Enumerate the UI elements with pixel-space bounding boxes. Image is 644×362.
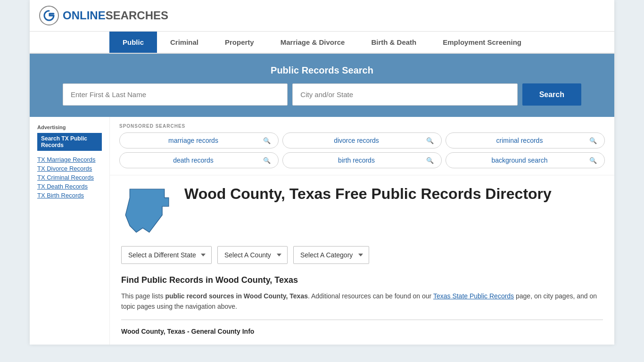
- sponsored-label: SPONSORED SEARCHES: [119, 123, 605, 129]
- logo-text: ONLINESEARCHES: [63, 9, 168, 22]
- sponsored-item-death[interactable]: death records 🔍: [119, 152, 279, 168]
- sidebar-link-divorce[interactable]: TX Divorce Records: [37, 165, 92, 172]
- sidebar-links: TX Marriage Records TX Divorce Records T…: [37, 156, 102, 199]
- nav-employment[interactable]: Employment Screening: [429, 32, 535, 53]
- sidebar-link-marriage[interactable]: TX Marriage Records: [37, 156, 96, 163]
- sponsored-link-birth[interactable]: birth records: [290, 156, 422, 164]
- main-content-area: SPONSORED SEARCHES marriage records 🔍 di…: [110, 117, 614, 345]
- search-icon-birth: 🔍: [426, 157, 434, 164]
- texas-map: [121, 185, 173, 237]
- name-input[interactable]: [63, 83, 288, 106]
- search-icon-death: 🔍: [263, 157, 271, 164]
- sidebar-link-criminal[interactable]: TX Criminal Records: [37, 174, 94, 181]
- state-dropdown[interactable]: Select a Different State: [121, 246, 212, 264]
- content-divider: [121, 320, 603, 320]
- search-banner: Public Records Search Search: [30, 54, 614, 117]
- nav-public[interactable]: Public: [109, 32, 157, 53]
- find-para-bold: public record sources in Wood County, Te…: [165, 292, 308, 300]
- county-section: Wood County, Texas Free Public Records D…: [110, 175, 614, 345]
- sidebar-ad-button[interactable]: Search TX Public Records: [37, 133, 102, 151]
- sponsored-item-birth[interactable]: birth records 🔍: [282, 152, 442, 168]
- location-input[interactable]: [292, 83, 517, 106]
- sidebar: Advertising Search TX Public Records TX …: [30, 117, 110, 345]
- search-banner-title: Public Records Search: [39, 65, 605, 76]
- sponsored-item-marriage[interactable]: marriage records 🔍: [119, 132, 279, 148]
- texas-records-link[interactable]: Texas State Public Records: [433, 292, 514, 300]
- sidebar-link-birth[interactable]: TX Birth Records: [37, 192, 84, 199]
- search-button[interactable]: Search: [522, 83, 581, 106]
- county-title: Wood County, Texas Free Public Records D…: [184, 185, 552, 203]
- sponsored-link-criminal[interactable]: criminal records: [454, 137, 586, 144]
- sponsored-item-background[interactable]: background search 🔍: [446, 152, 605, 168]
- county-dropdown[interactable]: Select A County: [217, 246, 288, 264]
- sponsored-item-divorce[interactable]: divorce records 🔍: [282, 132, 442, 148]
- header: ONLINESEARCHES: [30, 0, 614, 32]
- dropdown-row: Select a Different State Select A County…: [121, 246, 603, 264]
- county-header: Wood County, Texas Free Public Records D…: [121, 185, 603, 237]
- county-info-heading: Wood County, Texas - General County Info: [121, 328, 603, 335]
- logo-icon: [39, 6, 59, 25]
- find-para-mid: . Additional resources can be found on o…: [308, 292, 433, 300]
- sponsored-link-background[interactable]: background search: [454, 156, 586, 164]
- find-heading: Find Public Records in Wood County, Texa…: [121, 275, 603, 285]
- find-paragraph: This page lists public record sources in…: [121, 291, 603, 312]
- sponsored-link-marriage[interactable]: marriage records: [127, 137, 259, 144]
- sponsored-section: SPONSORED SEARCHES marriage records 🔍 di…: [110, 117, 614, 175]
- search-icon-background: 🔍: [589, 157, 597, 164]
- search-icon-criminal: 🔍: [589, 137, 597, 144]
- sponsored-item-criminal[interactable]: criminal records 🔍: [446, 132, 605, 148]
- sponsored-link-death[interactable]: death records: [127, 156, 259, 164]
- nav-property[interactable]: Property: [212, 32, 267, 53]
- main-layout: Advertising Search TX Public Records TX …: [30, 117, 614, 345]
- category-dropdown[interactable]: Select A Category: [293, 246, 369, 264]
- find-para-start: This page lists: [121, 292, 165, 300]
- main-nav: Public Criminal Property Marriage & Divo…: [30, 32, 614, 54]
- nav-marriage-divorce[interactable]: Marriage & Divorce: [267, 32, 358, 53]
- nav-birth-death[interactable]: Birth & Death: [358, 32, 429, 53]
- search-icon-divorce: 🔍: [426, 137, 434, 144]
- find-section: Find Public Records in Wood County, Texa…: [121, 275, 603, 335]
- search-icon-marriage: 🔍: [263, 137, 271, 144]
- sponsored-grid: marriage records 🔍 divorce records 🔍 cri…: [119, 132, 605, 168]
- sponsored-link-divorce[interactable]: divorce records: [290, 137, 422, 144]
- nav-criminal[interactable]: Criminal: [157, 32, 212, 53]
- advertising-label: Advertising: [37, 124, 102, 130]
- sidebar-link-death[interactable]: TX Death Records: [37, 183, 88, 190]
- logo: ONLINESEARCHES: [39, 6, 168, 25]
